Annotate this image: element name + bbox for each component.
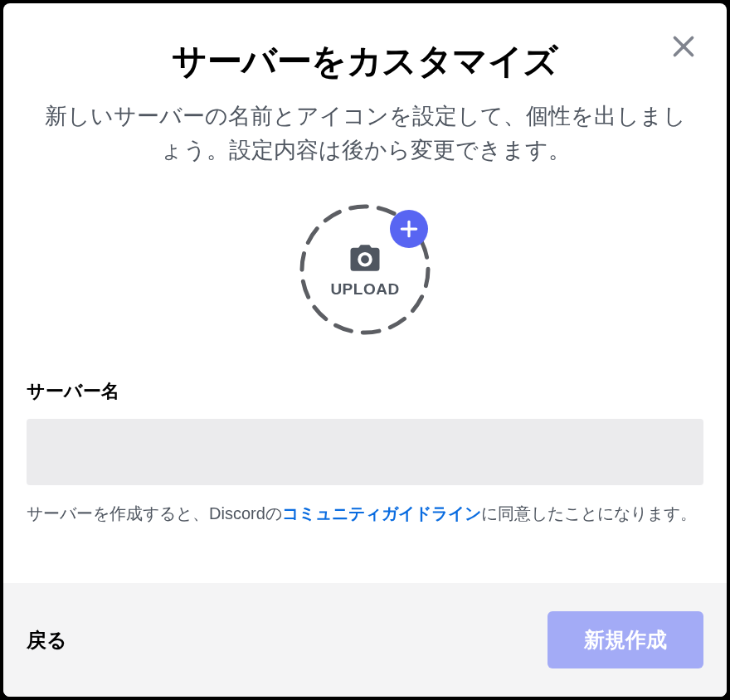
modal-footer: 戻る 新規作成 [3, 583, 727, 697]
guidelines-prefix: サーバーを作成すると、Discordの [27, 504, 282, 523]
guidelines-suffix: に同意したことになります。 [481, 504, 697, 523]
server-name-label: サーバー名 [27, 379, 703, 404]
community-guidelines-link[interactable]: コミュニティガイドライン [282, 504, 481, 523]
modal-body: サーバーをカスタマイズ 新しいサーバーの名前とアイコンを設定して、個性を出しまし… [3, 3, 727, 583]
modal-subtitle: 新しいサーバーの名前とアイコンを設定して、個性を出しましょう。設定内容は後から変… [41, 100, 689, 167]
upload-label: UPLOAD [330, 280, 399, 299]
camera-icon [348, 241, 382, 275]
customize-server-modal: サーバーをカスタマイズ 新しいサーバーの名前とアイコンを設定して、個性を出しまし… [3, 3, 727, 697]
close-button[interactable] [665, 28, 702, 65]
plus-icon [398, 218, 420, 240]
create-button[interactable]: 新規作成 [548, 611, 703, 668]
guidelines-text: サーバーを作成すると、Discordのコミュニティガイドラインに同意したことにな… [27, 500, 703, 527]
back-button[interactable]: 戻る [27, 627, 67, 654]
modal-title: サーバーをカスタマイズ [172, 38, 558, 85]
server-name-input[interactable] [27, 419, 703, 485]
form-section: サーバー名 サーバーを作成すると、Discordのコミュニティガイドラインに同意… [27, 379, 703, 527]
server-icon-upload[interactable]: UPLOAD [299, 203, 431, 336]
upload-inner: UPLOAD [330, 241, 399, 299]
close-icon [669, 32, 698, 61]
plus-badge [390, 210, 428, 248]
